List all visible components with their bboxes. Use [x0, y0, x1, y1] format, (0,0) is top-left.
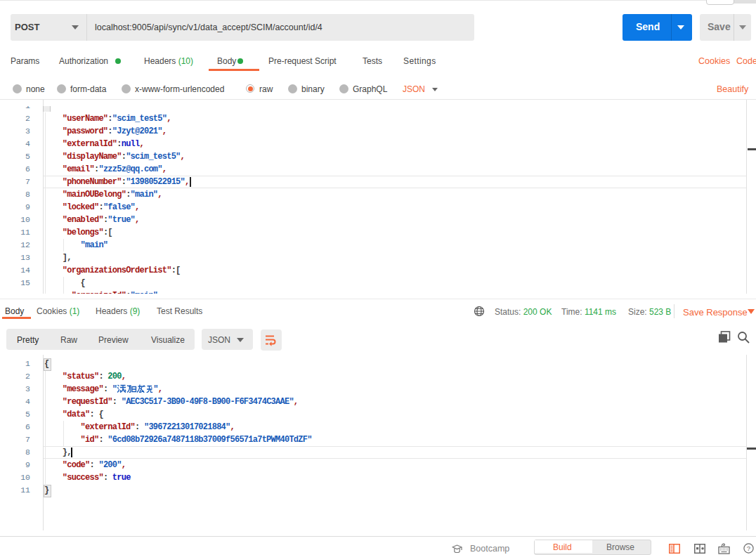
svg-text:?: ? [747, 544, 750, 552]
